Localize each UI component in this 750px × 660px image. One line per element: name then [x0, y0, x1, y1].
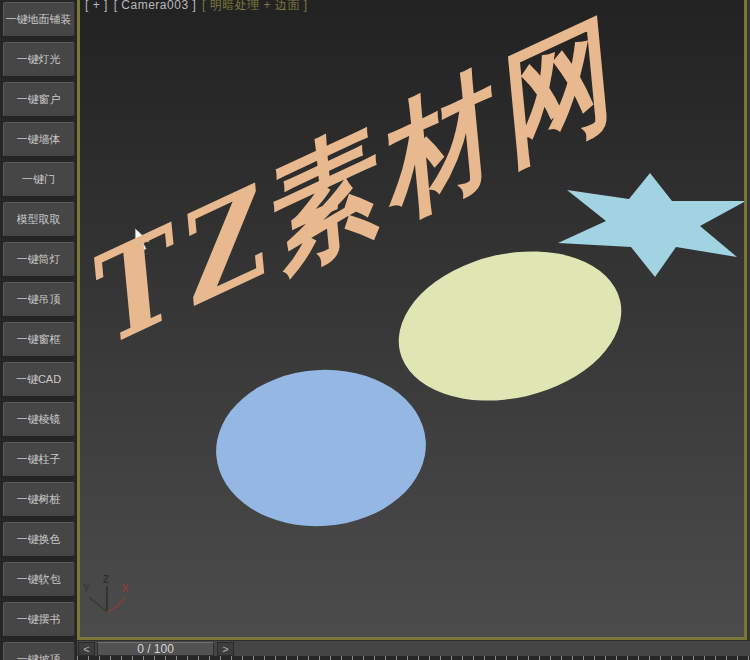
- sidebar-button-cad[interactable]: 一键CAD: [3, 362, 75, 397]
- axis-x-label: X: [122, 583, 129, 594]
- camera-viewport[interactable]: Z Y X TZ素材网 [ + ] [ Camera003 ] [ 明暗处理 +…: [77, 0, 747, 640]
- sidebar-button-ceiling[interactable]: 一键吊顶: [3, 282, 75, 317]
- sidebar-button-soft-pack[interactable]: 一键软包: [3, 562, 75, 597]
- axis-z-label: Z: [103, 574, 109, 585]
- sidebar-button-sloped-roof[interactable]: 一键坡顶: [3, 642, 75, 660]
- world-axis-gizmo: Z Y X: [83, 574, 129, 612]
- next-frame-button[interactable]: >: [217, 642, 234, 656]
- sidebar-button-window[interactable]: 一键窗户: [3, 82, 75, 117]
- sidebar-button-floor-paving[interactable]: 一键地面铺装: [3, 2, 75, 37]
- time-slider-bar: < 0 / 100 >: [77, 640, 750, 656]
- ellipse-green[interactable]: [384, 230, 637, 421]
- app-window: 一键地面铺装 一键灯光 一键窗户 一键墙体 一键门 模型取取 一键筒灯 一键吊顶…: [0, 0, 750, 660]
- sidebar-button-model-pick[interactable]: 模型取取: [3, 202, 75, 237]
- sidebar-button-recolor[interactable]: 一键换色: [3, 522, 75, 557]
- star-shape[interactable]: [558, 173, 744, 277]
- plugin-sidebar: 一键地面铺装 一键灯光 一键窗户 一键墙体 一键门 模型取取 一键筒灯 一键吊顶…: [0, 0, 77, 660]
- axis-y-label: Y: [83, 583, 90, 594]
- sidebar-button-wall[interactable]: 一键墙体: [3, 122, 75, 157]
- ellipse-blue[interactable]: [211, 363, 431, 533]
- sidebar-button-downlight[interactable]: 一键筒灯: [3, 242, 75, 277]
- viewport-menu-plus[interactable]: [ + ]: [85, 0, 108, 12]
- sidebar-button-column[interactable]: 一键柱子: [3, 442, 75, 477]
- sidebar-button-lighting[interactable]: 一键灯光: [3, 42, 75, 77]
- viewport-header: [ + ] [ Camera003 ] [ 明暗处理 + 边面 ]: [85, 0, 310, 14]
- sidebar-button-window-frame[interactable]: 一键窗框: [3, 322, 75, 357]
- sidebar-button-stump[interactable]: 一键树桩: [3, 482, 75, 517]
- sidebar-button-books[interactable]: 一键摆书: [3, 602, 75, 637]
- track-bar-ruler[interactable]: [77, 656, 750, 660]
- sidebar-button-door[interactable]: 一键门: [3, 162, 75, 197]
- sidebar-button-prism[interactable]: 一键棱镜: [3, 402, 75, 437]
- viewport-menu-shading[interactable]: [ 明暗处理 + 边面 ]: [202, 0, 308, 12]
- viewport-menu-camera[interactable]: [ Camera003 ]: [114, 0, 197, 12]
- time-slider-thumb[interactable]: 0 / 100: [97, 642, 214, 656]
- previous-frame-button[interactable]: <: [78, 642, 95, 656]
